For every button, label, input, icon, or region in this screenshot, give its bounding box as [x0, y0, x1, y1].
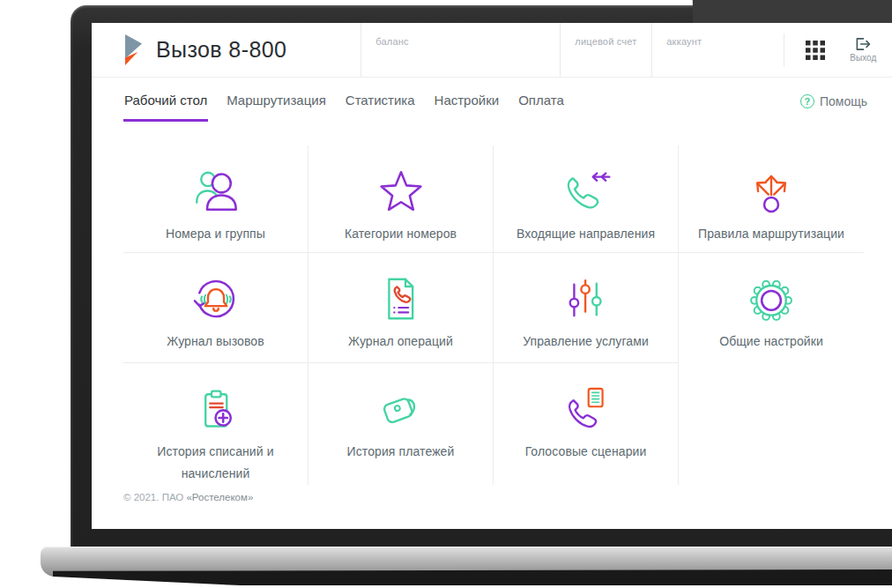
- header-fields: баланс лицевой счет аккаунт: [361, 23, 784, 77]
- rostelecom-logo-icon: [123, 33, 144, 67]
- app-title: Вызов 8-800: [156, 37, 286, 63]
- tile-number-categories[interactable]: Категории номеров: [308, 145, 494, 253]
- personal-account-label: лицевой счет: [575, 36, 636, 47]
- app-screen: Вызов 8-800 баланс лицевой счет аккаунт: [92, 23, 892, 529]
- copyright-prefix: © 2021. ПАО: [123, 492, 186, 502]
- nav-bar: Рабочий стол Маршрутизация Статистика На…: [92, 78, 892, 122]
- question-circle-icon: [800, 94, 814, 108]
- tab-settings[interactable]: Настройки: [434, 79, 501, 122]
- wallet-icon: [375, 383, 427, 435]
- copyright-company: «Ростелеком»: [186, 492, 253, 502]
- app-header: Вызов 8-800 баланс лицевой счет аккаунт: [92, 23, 892, 78]
- voice-script-phone-icon: [561, 383, 612, 435]
- help-link[interactable]: Помощь: [800, 94, 867, 122]
- help-label: Помощь: [820, 94, 867, 108]
- tile-label: Журнал вызовов: [167, 331, 264, 353]
- header-actions: Выход: [784, 33, 876, 67]
- operations-document-icon: [375, 273, 427, 324]
- incoming-call-icon: [561, 166, 612, 217]
- tile-charges-history[interactable]: История списаний и начислений: [123, 363, 308, 485]
- tile-label: Журнал операций: [348, 331, 453, 353]
- tile-voice-scenarios[interactable]: Голосовые сценарии: [494, 363, 679, 485]
- footer-copyright: © 2021. ПАО «Ростелеком»: [123, 492, 892, 502]
- logout-icon: [855, 37, 872, 51]
- account-label: аккаунт: [666, 36, 702, 47]
- clipboard-plus-icon: [190, 383, 242, 435]
- tile-incoming-directions[interactable]: Входящие направления: [494, 145, 679, 253]
- balance-field: баланс: [361, 23, 560, 77]
- tile-label: Номера и группы: [166, 223, 265, 245]
- tile-label: Входящие направления: [517, 223, 655, 245]
- apps-grid-icon[interactable]: [806, 41, 825, 60]
- tile-service-management[interactable]: Управление услугами: [494, 253, 679, 363]
- tile-label: Управление услугами: [523, 331, 649, 353]
- laptop-mockup: Вызов 8-800 баланс лицевой счет аккаунт: [0, 0, 892, 588]
- tab-routing[interactable]: Маршрутизация: [226, 79, 327, 122]
- tile-label: Правила маршрутизации: [698, 223, 844, 245]
- tile-general-settings[interactable]: Общие настройки: [679, 253, 864, 363]
- gear-icon: [746, 273, 797, 324]
- routing-arrows-icon: [746, 166, 797, 217]
- tile-operations-log[interactable]: Журнал операций: [308, 253, 494, 363]
- tab-statistics[interactable]: Статистика: [345, 79, 416, 122]
- tab-payment[interactable]: Оплата: [517, 79, 565, 122]
- logout-label: Выход: [850, 53, 876, 63]
- tile-label: История списаний и начислений: [136, 441, 296, 484]
- account-field: аккаунт: [651, 23, 784, 77]
- tile-call-log[interactable]: Журнал вызовов: [123, 253, 308, 363]
- logout-button[interactable]: Выход: [850, 37, 876, 63]
- balance-label: баланс: [375, 36, 408, 47]
- tile-numbers-and-groups[interactable]: Номера и группы: [123, 145, 308, 253]
- tab-desktop[interactable]: Рабочий стол: [123, 79, 208, 122]
- tile-label: Голосовые сценарии: [525, 441, 647, 463]
- laptop-base-shadow: [53, 569, 892, 585]
- tiles-grid: Номера и группы Категории номеров: [123, 145, 866, 485]
- tile-label: Категории номеров: [345, 223, 457, 245]
- empty-grid-cell: [679, 363, 864, 485]
- app-logo[interactable]: Вызов 8-800: [123, 33, 286, 67]
- star-icon: [375, 166, 427, 217]
- nav-tabs: Рабочий стол Маршрутизация Статистика На…: [123, 79, 565, 122]
- sliders-icon: [561, 273, 612, 324]
- tile-routing-rules[interactable]: Правила маршрутизации: [679, 145, 864, 253]
- personal-account-field: лицевой счет: [560, 23, 651, 77]
- tile-label: История платежей: [347, 441, 455, 463]
- tile-label: Общие настройки: [719, 331, 823, 353]
- tile-payments-history[interactable]: История платежей: [308, 363, 494, 485]
- call-log-bell-icon: [190, 273, 242, 324]
- people-icon: [190, 166, 242, 217]
